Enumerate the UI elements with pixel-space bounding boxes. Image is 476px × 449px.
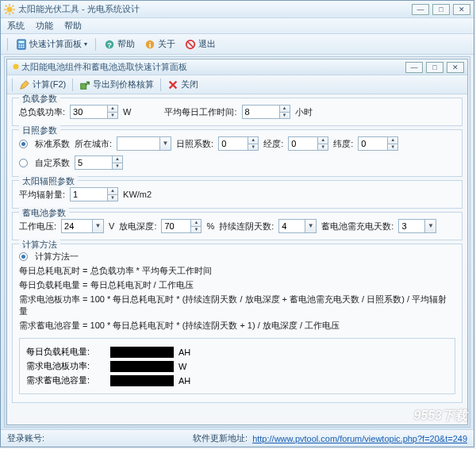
svg-point-13 <box>23 44 25 46</box>
inner-minimize-button[interactable]: — <box>405 62 423 73</box>
city-combo[interactable] <box>117 136 160 151</box>
svg-point-0 <box>7 6 13 12</box>
total-power-label: 总负载功率: <box>19 106 65 118</box>
svg-point-11 <box>19 44 21 46</box>
exit-button[interactable]: 退出 <box>182 36 219 52</box>
battery-group: 蓄电池参数 工作电压: ▼ V 放电深度: ▲▼ % 持续连阴天数: ▼ 蓄电池… <box>12 212 463 240</box>
statusbar: 登录账号: 软件更新地址: http://www.pvtool.com/foru… <box>1 429 474 447</box>
svg-line-7 <box>13 5 14 6</box>
result3-label: 需求蓄电池容量: <box>26 374 106 386</box>
inner-close-button[interactable]: ✕ <box>447 62 464 73</box>
menu-help[interactable]: 帮助 <box>64 20 82 32</box>
export-icon <box>79 79 90 90</box>
method1-radio[interactable] <box>19 252 28 261</box>
svg-rect-24 <box>81 83 86 89</box>
close-panel-button[interactable]: 关闭 <box>164 77 202 92</box>
login-label: 登录账号: <box>7 432 44 444</box>
avg-irr-input[interactable] <box>70 187 108 201</box>
update-label: 软件更新地址: <box>193 432 248 444</box>
lon-input[interactable] <box>288 136 318 151</box>
help-button[interactable]: ? 帮助 <box>101 36 138 52</box>
menu-system[interactable]: 系统 <box>7 20 25 32</box>
svg-point-12 <box>21 44 22 46</box>
formula-3: 需求电池板功率 = 100 * 每日总耗电瓦时 * (持续连阴天数 / 放电深度… <box>19 294 455 317</box>
svg-point-14 <box>19 46 21 48</box>
svg-point-15 <box>21 46 22 48</box>
formula-4: 需求蓄电池容量 = 100 * 每日总耗电瓦时 * (持续连阴天数 + 1) /… <box>19 320 455 332</box>
total-power-input[interactable] <box>70 105 108 119</box>
svg-line-6 <box>13 12 14 13</box>
custom-coef-input[interactable] <box>75 155 113 170</box>
inner-titlebar: 太阳能电池组件和蓄电池选取快速计算面板 — □ ✕ <box>7 59 467 75</box>
menu-function[interactable]: 功能 <box>36 20 53 32</box>
about-button[interactable]: i 关于 <box>141 36 178 52</box>
sun-icon <box>10 61 21 74</box>
inner-toolbar: 计算(F2) 导出到价格核算 关闭 <box>7 75 467 94</box>
charge-combo[interactable] <box>398 219 425 233</box>
method-group: 计算方法 计算方法一 每日总耗电瓦时 = 总负载功率 * 平均每天工作时间 每日… <box>12 244 463 403</box>
maximize-button[interactable]: □ <box>432 4 450 15</box>
dropdown-icon[interactable]: ▼ <box>160 136 171 151</box>
svg-text:i: i <box>149 40 152 48</box>
svg-line-5 <box>6 5 7 6</box>
load-group: 负载参数 总负载功率: ▲▼ W 平均每日工作时间: ▲▼ <box>12 98 463 126</box>
svg-line-22 <box>188 41 194 47</box>
calc-button[interactable]: 计算(F2) <box>16 77 69 92</box>
svg-point-16 <box>23 46 25 48</box>
dod-input[interactable] <box>161 219 191 233</box>
menubar: 系统 功能 帮助 <box>1 18 474 34</box>
inner-maximize-button[interactable]: □ <box>426 62 443 73</box>
inner-title: 太阳能电池组件和蓄电池选取快速计算面板 <box>21 61 405 73</box>
outer-titlebar: 太阳能光伏工具 - 光电系统设计 — □ ✕ <box>1 1 474 18</box>
quick-panel-button[interactable]: 快速计算面板▾ <box>13 36 90 52</box>
inner-window: 太阳能电池组件和蓄电池选取快速计算面板 — □ ✕ 计算(F2) 导出到价格核算 <box>6 59 468 425</box>
pencil-icon <box>19 79 30 90</box>
spin-up[interactable]: ▲ <box>108 106 117 112</box>
result1-label: 每日负载耗电量: <box>26 346 106 358</box>
minimize-button[interactable]: — <box>412 4 429 15</box>
formula-2: 每日负载耗电量 = 每日总耗电瓦时 / 工作电压 <box>19 279 455 291</box>
std-coef-radio[interactable] <box>19 140 28 148</box>
custom-coef-radio[interactable] <box>19 159 28 167</box>
help-icon: ? <box>104 39 115 50</box>
irradiation-group: 太阳辐照参数 平均辐射量: ▲▼ KW/m2 <box>12 180 463 209</box>
sun-group: 日照参数 标准系数 所在城市: ▼ 日照系数: ▲▼ 经度: ▲▼ 纬度: ▲▼ <box>12 129 463 177</box>
result1-value <box>110 347 174 358</box>
cloudy-combo[interactable] <box>278 219 305 233</box>
formula-1: 每日总耗电瓦时 = 总负载功率 * 平均每天工作时间 <box>19 265 455 277</box>
lat-input[interactable] <box>358 136 388 151</box>
svg-text:?: ? <box>107 40 112 48</box>
exit-icon <box>185 39 196 50</box>
avg-hours-label: 平均每日工作时间: <box>164 106 236 118</box>
sun-coef-input[interactable] <box>218 136 248 151</box>
result2-value <box>110 361 174 372</box>
close-button[interactable]: ✕ <box>453 4 470 15</box>
svg-line-8 <box>6 12 7 13</box>
outer-toolbar: 快速计算面板▾ ? 帮助 i 关于 退出 <box>1 34 474 55</box>
svg-rect-10 <box>19 40 25 43</box>
spin-down[interactable]: ▼ <box>108 112 117 118</box>
info-icon: i <box>144 39 155 50</box>
mdi-area: 太阳能电池组件和蓄电池选取快速计算面板 — □ ✕ 计算(F2) 导出到价格核算 <box>4 56 470 428</box>
calculator-icon <box>16 39 27 50</box>
app-icon <box>4 4 15 15</box>
avg-hours-input[interactable] <box>242 105 280 119</box>
voltage-combo[interactable] <box>61 219 93 233</box>
outer-title: 太阳能光伏工具 - 光电系统设计 <box>18 3 412 15</box>
result3-value <box>110 375 174 386</box>
close-icon <box>167 79 178 90</box>
export-button[interactable]: 导出到价格核算 <box>76 77 157 92</box>
result2-label: 需求电池板功率: <box>26 360 106 372</box>
svg-point-23 <box>13 63 19 69</box>
update-link[interactable]: http://www.pvtool.com/forum/viewtopic.ph… <box>252 434 467 443</box>
